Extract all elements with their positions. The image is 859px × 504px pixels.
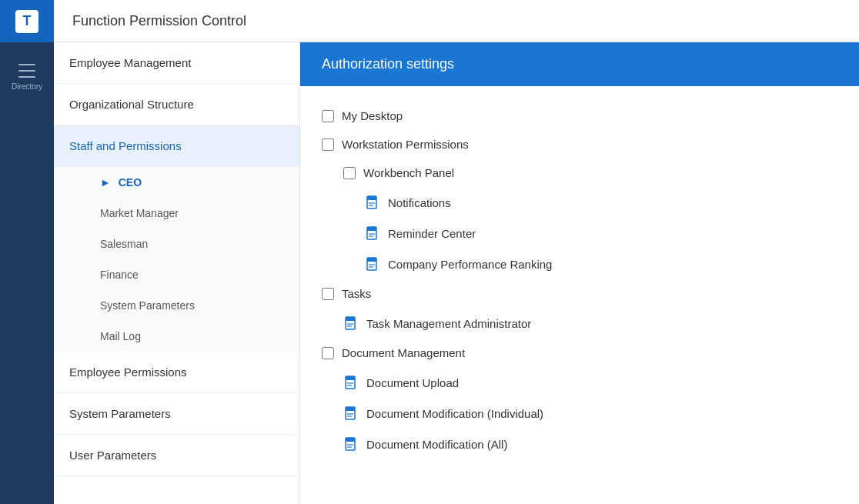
nav-item-user-parameters[interactable]: User Parameters (54, 435, 299, 476)
icon-sidebar: T Directory (0, 0, 54, 504)
logo-area: T (0, 0, 54, 42)
main-content: Authorization settings My Desktop Workst… (300, 42, 859, 504)
content-wrapper: Function Permission Control Employee Man… (54, 0, 859, 504)
perm-row-workbench-panel: Workbench Panel (322, 159, 837, 187)
perm-row-reminder-center: Reminder Center (322, 218, 837, 249)
icon-nav-area: Directory (0, 42, 54, 98)
nav-label-employee-management: Employee Management (69, 56, 191, 69)
nav-label-employee-permissions: Employee Permissions (69, 365, 187, 379)
label-doc-mod-individual: Document Modification (Individual) (366, 407, 543, 420)
content-body: Employee Management Organizational Struc… (54, 42, 859, 504)
perm-row-tasks: Tasks (322, 279, 837, 308)
label-document-upload: Document Upload (366, 376, 459, 389)
nav-label-organizational-structure: Organizational Structure (69, 98, 194, 111)
nav-sub-item-system-parameters[interactable]: System Parameters (54, 290, 299, 321)
doc-icon-notifications (365, 195, 380, 210)
doc-icon-company-performance (365, 256, 380, 272)
staff-permissions-children: ► CEO Market Manager Salesman Finance Sy… (54, 167, 299, 352)
label-tasks: Tasks (342, 287, 371, 300)
svg-rect-9 (367, 258, 376, 262)
nav-item-employee-management[interactable]: Employee Management (54, 42, 299, 84)
checkbox-my-desktop[interactable] (322, 110, 334, 122)
perm-row-my-desktop: My Desktop (322, 102, 837, 130)
sidebar-item-directory[interactable]: Directory (0, 55, 54, 98)
doc-icon-reminder-center (365, 225, 380, 241)
checkbox-tasks[interactable] (322, 288, 334, 300)
doc-icon-doc-mod-all (343, 436, 359, 452)
directory-label: Directory (12, 82, 42, 91)
label-task-management-administrator: Task Management Administrator (366, 317, 531, 330)
perm-row-workstation-permissions: Workstation Permissions (322, 130, 837, 159)
nav-item-staff-permissions[interactable]: Staff and Permissions (54, 125, 299, 167)
checkbox-workstation-permissions[interactable] (322, 139, 334, 151)
label-document-management: Document Management (342, 346, 465, 359)
page-title: Function Permission Control (72, 13, 246, 29)
nav-item-employee-permissions[interactable]: Employee Permissions (54, 352, 299, 393)
ceo-arrow-icon: ► (100, 176, 111, 189)
perm-row-company-performance: Company Performance Ranking (322, 249, 837, 279)
svg-rect-13 (346, 317, 355, 321)
nav-sub-item-market-manager[interactable]: Market Manager (54, 198, 299, 229)
checkbox-workbench-panel[interactable] (343, 167, 356, 179)
label-reminder-center: Reminder Center (388, 227, 476, 240)
label-company-performance-ranking: Company Performance Ranking (388, 258, 552, 271)
label-workbench-panel: Workbench Panel (363, 166, 454, 179)
app-logo: T (15, 10, 38, 33)
nav-label-mail-log: Mail Log (100, 330, 141, 342)
doc-icon-task-management-admin (343, 315, 359, 331)
auth-header-label: Authorization settings (322, 56, 454, 72)
perm-row-document-management: Document Management (322, 339, 837, 367)
nav-item-organizational-structure[interactable]: Organizational Structure (54, 84, 299, 125)
perm-row-doc-mod-individual: Document Modification (Individual) (322, 398, 837, 429)
nav-sub-item-ceo[interactable]: ► CEO (54, 167, 299, 198)
label-doc-mod-all: Document Modification (All) (366, 438, 507, 451)
top-header: Function Permission Control (54, 0, 859, 42)
auth-header: Authorization settings (300, 42, 859, 86)
hamburger-icon (18, 62, 35, 79)
perm-row-doc-mod-all: Document Modification (All) (322, 429, 837, 459)
svg-rect-1 (367, 196, 376, 200)
nav-label-finance: Finance (100, 269, 139, 281)
nav-label-market-manager: Market Manager (100, 207, 179, 219)
logo-letter: T (23, 13, 32, 29)
nav-sub-item-finance[interactable]: Finance (54, 259, 299, 290)
left-nav: Employee Management Organizational Struc… (54, 42, 300, 504)
nav-label-salesman: Salesman (100, 238, 148, 250)
nav-label-user-parameters: User Parameters (69, 449, 156, 462)
label-notifications: Notifications (388, 196, 451, 209)
label-my-desktop: My Desktop (342, 109, 403, 122)
nav-label-staff-permissions: Staff and Permissions (69, 139, 182, 152)
perm-row-notifications: Notifications (322, 187, 837, 218)
perm-row-task-management-admin: Task Management Administrator (322, 308, 837, 339)
nav-sub-item-mail-log[interactable]: Mail Log (54, 321, 299, 352)
nav-item-system-parameters[interactable]: System Parameters (54, 393, 299, 435)
doc-icon-doc-mod-individual (343, 406, 359, 421)
nav-label-system-parameters-2: System Parameters (69, 407, 171, 420)
auth-body: My Desktop Workstation Permissions Workb… (300, 86, 859, 475)
label-workstation-permissions: Workstation Permissions (342, 138, 469, 151)
nav-sub-item-salesman[interactable]: Salesman (54, 229, 299, 259)
svg-rect-5 (367, 227, 376, 231)
doc-icon-document-upload (343, 375, 359, 390)
perm-row-document-upload: Document Upload (322, 367, 837, 398)
checkbox-document-management[interactable] (322, 347, 334, 359)
svg-rect-17 (346, 376, 355, 380)
svg-rect-25 (346, 438, 355, 442)
svg-rect-21 (346, 407, 355, 411)
nav-label-ceo: CEO (119, 176, 142, 189)
nav-label-system-parameters: System Parameters (100, 299, 195, 312)
